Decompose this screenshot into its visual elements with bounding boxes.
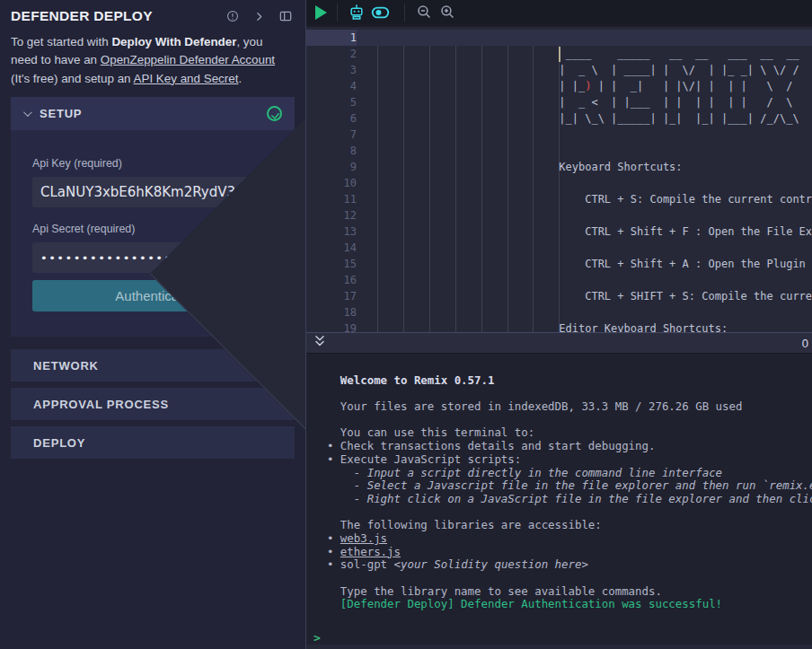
- editor-line[interactable]: 11 CTRL + S: Compile the current contrac…: [306, 191, 812, 207]
- approval-process-section-label: APPROVAL PROCESS: [33, 398, 169, 411]
- text-part: • Execute JavaScript scripts:: [313, 452, 521, 466]
- terminal-line: [306, 414, 812, 427]
- terminal-line: • sol-gpt <your Solidity question here>: [306, 558, 812, 572]
- link[interactable]: web3.js: [340, 531, 387, 545]
- text-part: - Right click on a JavaScript file in th…: [313, 492, 812, 505]
- editor-line[interactable]: 4 | |_) | | _| | |\/| | | | \ /: [306, 78, 812, 94]
- editor-line[interactable]: 12: [306, 207, 812, 224]
- line-number: 2: [306, 46, 357, 62]
- terminal-line: [Defender Deploy] Defender Authenticatio…: [306, 598, 812, 611]
- copilot-toggle[interactable]: [368, 1, 392, 24]
- deploy-section-label: DEPLOY: [33, 436, 85, 450]
- split-panel-icon[interactable]: [278, 9, 293, 23]
- line-number: 8: [306, 143, 357, 159]
- plugin-intro-text: To get started with Deploy With Defender…: [0, 28, 302, 88]
- terminal-line: The following libraries are accessible:: [306, 519, 812, 532]
- network-section-label: NETWORK: [33, 359, 99, 373]
- terminal-header[interactable]: 0: [306, 332, 812, 354]
- text-part: • Check transactions details and start d…: [313, 439, 655, 452]
- text-part: You can use this terminal to:: [313, 425, 534, 439]
- line-number: 15: [306, 256, 357, 272]
- info-alert-icon[interactable]: [225, 9, 240, 23]
- editor-line[interactable]: 19 Editor Keyboard Shortcuts:: [306, 320, 812, 332]
- robot-icon: [348, 4, 366, 22]
- terminal-prompt[interactable]: >: [306, 631, 812, 645]
- toggle-on-icon: [370, 4, 391, 22]
- text-part: - Select a Javascript file in the file e…: [313, 478, 812, 492]
- link[interactable]: API Key and Secret: [134, 72, 239, 85]
- editor-line[interactable]: 6 |_| \_\ |_____| |_| |_| |___| /_/\_\: [306, 110, 812, 127]
- link[interactable]: ethers.js: [340, 545, 401, 558]
- editor-line[interactable]: 3 | _ \ | ____| | \/ | |_ _| \ \/ /: [306, 62, 812, 78]
- text-part: [313, 373, 340, 387]
- editor-line[interactable]: 14: [306, 240, 812, 256]
- text-part: ____ _____ __ __ ___ __ __: [377, 48, 799, 60]
- expand-terminal-double-chevron-icon[interactable]: [313, 335, 326, 352]
- code-text: |_| \_\ |_____| |_| |_| |___| /_/\_\: [377, 110, 799, 127]
- text-part: <your Solidity question here>: [394, 557, 588, 571]
- line-number: 11: [306, 191, 357, 207]
- setup-accordion-header[interactable]: SETUP: [11, 97, 295, 130]
- terminal-line: Type the library name to see available c…: [306, 585, 812, 599]
- text-part: |_| \_\ |_____| |_| |_| |___| /_/\_\: [377, 112, 799, 125]
- code-text: CTRL + S: Compile the current contract: [377, 191, 812, 207]
- text-part: CTRL + Shift + F : Open the File Explore…: [377, 225, 812, 238]
- terminal-line: - Select a Javascript file in the file e…: [306, 479, 812, 493]
- editor-line[interactable]: 8: [306, 143, 812, 159]
- terminal-line: Your files are stored in indexedDB, 33.3…: [306, 400, 812, 414]
- approval-process-accordion-header[interactable]: APPROVAL PROCESS: [11, 388, 295, 420]
- line-number: 10: [306, 175, 357, 191]
- editor-line[interactable]: 17 CTRL + SHIFT + S: Compile the current…: [306, 288, 812, 304]
- text-part: CTRL + S: Compile the current contract: [377, 193, 812, 206]
- terminal-line: You can use this terminal to:: [306, 426, 812, 440]
- editor-line[interactable]: 5 | _ < | |___ | | | | | | / \: [306, 94, 812, 110]
- zoom-in-button[interactable]: [436, 1, 459, 24]
- editor-line[interactable]: 1: [306, 30, 812, 46]
- code-text: CTRL + Shift + A : Open the Plugin Manag…: [377, 256, 812, 272]
- line-number: 1: [306, 30, 357, 46]
- api-key-label: Api Key (required): [32, 157, 273, 170]
- defender-deploy-panel: DEFENDER DEPLOY To get started with Depl…: [0, 0, 305, 649]
- line-number: 3: [306, 62, 357, 78]
- line-number: 14: [306, 240, 357, 256]
- terminal-line: - Right click on a JavaScript file in th…: [306, 493, 812, 506]
- text-part: Editor Keyboard Shortcuts:: [377, 322, 728, 332]
- link[interactable]: OpenZeppelin Defender Account: [101, 53, 275, 66]
- editor-line[interactable]: 7: [306, 127, 812, 143]
- editor-line[interactable]: 9 Keyboard Shortcuts:: [306, 159, 812, 175]
- deploy-accordion-header[interactable]: DEPLOY: [11, 426, 295, 459]
- check-circle-icon: [267, 106, 282, 121]
- editor-line[interactable]: 18: [306, 304, 812, 320]
- terminal-line: • Execute JavaScript scripts:: [306, 453, 812, 467]
- zoom-out-button[interactable]: [412, 1, 436, 24]
- text-part: •: [313, 531, 340, 545]
- text-part: .: [238, 72, 242, 85]
- text-part: | |_: [377, 80, 585, 92]
- run-script-button[interactable]: [306, 1, 330, 24]
- line-number: 13: [306, 224, 357, 240]
- terminal-line: [306, 506, 812, 520]
- code-text: Editor Keyboard Shortcuts:: [377, 320, 728, 332]
- chevron-right-icon[interactable]: [253, 11, 265, 22]
- editor-line[interactable]: 16: [306, 272, 812, 288]
- ai-copilot-button[interactable]: [345, 1, 368, 24]
- text-part: (It's free) and setup an: [11, 72, 134, 85]
- zoom-in-icon: [439, 4, 456, 21]
- line-number: 9: [306, 159, 357, 175]
- terminal-line: [306, 361, 812, 374]
- chevron-down-icon: [23, 108, 32, 117]
- code-editor[interactable]: 12 ____ _____ __ __ ___ __ __3 | _ \ | _…: [306, 27, 812, 332]
- text-part: | | _| | |\/| | | | \ /: [591, 80, 792, 92]
- zoom-out-icon: [416, 4, 433, 21]
- text-part: Keyboard Shortcuts:: [377, 161, 683, 173]
- editor-line[interactable]: 13 CTRL + Shift + F : Open the File Expl…: [306, 224, 812, 240]
- code-text: CTRL + Shift + F : Open the File Explore…: [377, 224, 812, 240]
- code-text: | _ \ | ____| | \/ | |_ _| \ \/ /: [377, 62, 799, 78]
- text-part: CTRL + Shift + A : Open the Plugin Manag…: [377, 258, 812, 270]
- code-text: ____ _____ __ __ ___ __ __: [377, 46, 799, 62]
- editor-line[interactable]: 10: [306, 175, 812, 191]
- line-number: 18: [306, 304, 357, 320]
- editor-line[interactable]: 15 CTRL + Shift + A : Open the Plugin Ma…: [306, 256, 812, 272]
- code-text: Keyboard Shortcuts:: [377, 159, 683, 175]
- terminal-line: - Input a script directly in the command…: [306, 467, 812, 480]
